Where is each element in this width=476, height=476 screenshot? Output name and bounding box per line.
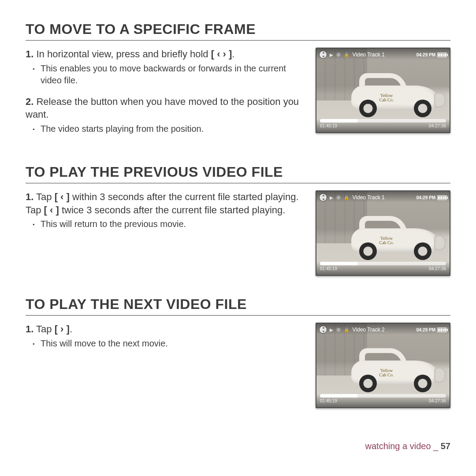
step-1: 1. Tap [ › ].	[26, 323, 308, 336]
text-column: 1. Tap [ ‹ ] within 3 seconds after the …	[26, 190, 316, 239]
film-reel-icon	[319, 51, 327, 59]
step-text-line2: Tap	[26, 205, 44, 216]
elapsed-time: 01:45:19	[320, 123, 337, 128]
sub-bullet: This will move to the next movie.	[41, 338, 308, 350]
step-number: 2.	[26, 96, 33, 107]
heading-move-frame: TO MOVE TO A SPECIFIC FRAME	[26, 21, 450, 37]
battery-icon	[437, 327, 447, 332]
film-reel-icon	[319, 326, 327, 334]
button-glyph: [ ‹ › ]	[211, 48, 232, 60]
sub-bullet: The video starts playing from the positi…	[41, 123, 308, 135]
footer-label: watching a video _	[365, 441, 441, 451]
step-text: Tap	[36, 324, 55, 335]
section-body: 1. Tap [ ‹ ] within 3 seconds after the …	[26, 190, 450, 276]
status-icons: ▶ ⦿ 🔒	[330, 52, 350, 57]
status-icons: ▶ ⦿ 🔒	[330, 195, 350, 200]
text-column: 1. In horizontal view, press and briefly…	[26, 48, 316, 144]
step-text-after: .	[232, 48, 234, 60]
battery-icon	[437, 195, 447, 200]
elapsed-time: 01:45:19	[320, 266, 337, 271]
thumb-footer: 01:45:19 04:27:36	[316, 262, 450, 275]
section-prev-video: TO PLAY THE PREVIOUS VIDEO FILE 1. Tap […	[26, 164, 450, 276]
heading-rule	[26, 183, 450, 183]
step-1: 1. Tap [ ‹ ] within 3 seconds after the …	[26, 190, 308, 216]
video-title: Video Track 1	[353, 194, 385, 201]
video-title: Video Track 2	[353, 327, 385, 333]
step-text: Release the button when you have moved t…	[26, 96, 299, 120]
step-number: 1.	[26, 324, 33, 335]
sub-bullet: This enables you to move backwards or fo…	[41, 63, 308, 86]
page-footer: watching a video _ 57	[365, 441, 450, 451]
clock-time: 04:29 PM	[416, 195, 435, 200]
step-text-after: within 3 seconds after the current file …	[70, 191, 299, 202]
section-body: 1. In horizontal view, press and briefly…	[26, 48, 450, 144]
clock-time: 04:29 PM	[416, 52, 435, 57]
step-number: 1.	[26, 48, 33, 60]
battery-icon	[437, 52, 447, 57]
step-number: 1.	[26, 191, 33, 202]
screenshot-thumb: YellowCab Co. ▶ ⦿ 🔒 Video Track 1 04:29 …	[316, 48, 450, 133]
heading-next-video: TO PLAY THE NEXT VIDEO FILE	[26, 296, 450, 312]
page-number: 57	[441, 441, 450, 451]
thumb-footer: 01:45:19 04:27:36	[316, 119, 450, 132]
video-title: Video Track 1	[353, 52, 385, 58]
film-reel-icon	[319, 193, 327, 201]
step-text-line2-after: twice 3 seconds after the current file s…	[59, 205, 286, 216]
heading-rule	[26, 315, 450, 316]
elapsed-time: 01:45:19	[320, 398, 337, 403]
total-time: 04:27:36	[429, 123, 446, 128]
button-glyph: [ ‹ ]	[44, 205, 59, 216]
status-icons: ▶ ⦿ 🔒	[330, 327, 350, 332]
step-2: 2. Release the button when you have move…	[26, 95, 308, 121]
progress-bar	[320, 119, 446, 123]
screenshot-thumb: YellowCab Co. ▶ ⦿ 🔒 Video Track 1 04:29 …	[316, 190, 450, 276]
step-text-after: .	[70, 324, 72, 335]
thumb-header: ▶ ⦿ 🔒 Video Track 1 04:29 PM	[316, 48, 450, 61]
clock-time: 04:29 PM	[416, 327, 435, 332]
section-next-video: TO PLAY THE NEXT VIDEO FILE 1. Tap [ › ]…	[26, 296, 450, 408]
heading-rule	[26, 40, 450, 41]
total-time: 04:27:36	[429, 398, 446, 403]
button-glyph: [ ‹ ]	[55, 191, 70, 202]
step-1: 1. In horizontal view, press and briefly…	[26, 48, 308, 61]
step-text: Tap	[36, 191, 55, 202]
car-shape: YellowCab Co.	[351, 216, 444, 260]
thumb-footer: 01:45:19 04:27:36	[316, 394, 450, 407]
section-move-frame: TO MOVE TO A SPECIFIC FRAME 1. In horizo…	[26, 21, 450, 144]
heading-prev-video: TO PLAY THE PREVIOUS VIDEO FILE	[26, 164, 450, 180]
thumb-header: ▶ ⦿ 🔒 Video Track 2 04:29 PM	[316, 324, 450, 336]
button-glyph: [ › ]	[55, 324, 70, 335]
thumb-header: ▶ ⦿ 🔒 Video Track 1 04:29 PM	[316, 191, 450, 204]
total-time: 04:27:36	[429, 266, 446, 271]
car-shape: YellowCab Co.	[351, 73, 444, 117]
progress-bar	[320, 262, 446, 265]
car-shape: YellowCab Co.	[351, 348, 444, 392]
sub-bullet: This will return to the previous movie.	[41, 218, 308, 230]
progress-bar	[320, 394, 446, 398]
text-column: 1. Tap [ › ]. This will move to the next…	[26, 323, 316, 358]
screenshot-thumb: YellowCab Co. ▶ ⦿ 🔒 Video Track 2 04:29 …	[316, 323, 450, 408]
section-body: 1. Tap [ › ]. This will move to the next…	[26, 323, 450, 408]
step-text: In horizontal view, press and briefly ho…	[36, 48, 211, 60]
manual-page: TO MOVE TO A SPECIFIC FRAME 1. In horizo…	[0, 0, 476, 446]
